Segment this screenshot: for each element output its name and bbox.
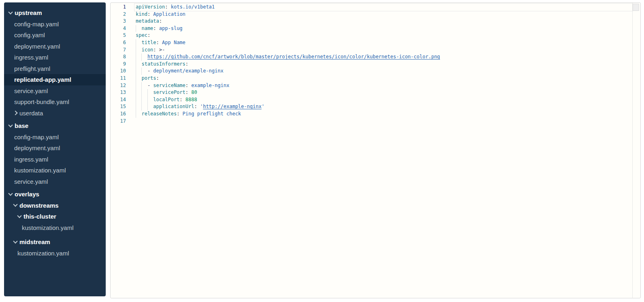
code-link[interactable]: http://example-nginx <box>203 104 262 109</box>
line-number: 7 <box>111 47 126 54</box>
tree-folder-midstream[interactable]: midstream <box>4 236 106 248</box>
code-token-colon: : <box>186 83 191 88</box>
line-content[interactable]: servicePort: 80 <box>136 89 197 96</box>
line-content[interactable]: https://github.com/cncf/artwork/blob/mas… <box>136 53 440 61</box>
tree-file-deployment.yaml[interactable]: deployment.yaml <box>4 41 106 52</box>
code-line-10: 10- deployment/example-nginx <box>111 68 640 75</box>
tree-item-label: deployment.yaml <box>14 145 60 151</box>
line-content[interactable]: kind: Application <box>136 11 186 18</box>
code-token-colon: : <box>147 11 153 17</box>
tree-file-support-bundle.yaml[interactable]: support-bundle.yaml <box>4 96 106 108</box>
indent-guide <box>136 75 141 82</box>
tree-file-preflight.yaml[interactable]: preflight.yaml <box>4 63 106 74</box>
code-token-colon: : <box>156 40 162 45</box>
line-content[interactable]: apiVersion: kots.io/v1beta1 <box>136 4 215 11</box>
line-content[interactable]: releaseNotes: Ping preflight check <box>136 111 241 118</box>
line-content[interactable]: - deployment/example-nginx <box>136 68 224 75</box>
line-content[interactable]: icon: >- <box>136 47 165 54</box>
code-token-colon: : <box>147 32 150 38</box>
line-content[interactable]: statusInformers: <box>136 61 188 68</box>
tree-item-label: config-map.yaml <box>14 21 59 28</box>
indent-guide <box>141 89 147 96</box>
code-token-val: deployment/example-nginx <box>153 68 223 74</box>
line-content[interactable]: name: app-slug <box>136 25 183 32</box>
indent-guide <box>136 82 141 89</box>
tree-item-label: downstreams <box>19 202 59 209</box>
tree-file-kustomization.yaml[interactable]: kustomization.yaml <box>4 248 106 259</box>
tree-item-label: config.yaml <box>14 32 45 38</box>
line-content[interactable]: localPort: 8888 <box>136 96 197 104</box>
code-link[interactable]: https://github.com/cncf/artwork/blob/mas… <box>147 54 440 60</box>
line-content[interactable]: ports: <box>136 75 159 82</box>
code-line-3: 3metadata: <box>111 18 640 25</box>
line-number: 2 <box>111 11 126 18</box>
tree-file-kustomization.yaml[interactable]: kustomization.yaml <box>4 165 106 176</box>
code-line-1: 1apiVersion: kots.io/v1beta1 <box>111 4 640 11</box>
code-token-colon: : <box>153 26 159 31</box>
tree-folder-upstream[interactable]: upstream <box>4 7 106 19</box>
tree-folder-this-cluster[interactable]: this-cluster <box>4 211 106 222</box>
line-number: 8 <box>111 53 126 61</box>
tree-file-service.yaml[interactable]: service.yaml <box>4 85 106 97</box>
indent-guide <box>136 89 141 96</box>
tree-item-label: ingress.yaml <box>14 54 48 61</box>
tree-file-replicated-app.yaml[interactable]: replicated-app.yaml <box>4 74 106 85</box>
code-token-key: statusInformers <box>141 61 185 67</box>
tree-file-config-map.yaml[interactable]: config-map.yaml <box>4 132 106 143</box>
tree-file-config.yaml[interactable]: config.yaml <box>4 30 106 41</box>
tree-folder-downstreams[interactable]: downstreams <box>4 200 106 211</box>
code-token-colon: : <box>153 47 159 53</box>
line-content[interactable]: - serviceName: example-nginx <box>136 82 229 89</box>
chevron-down-icon <box>13 239 17 243</box>
tree-folder-base[interactable]: base <box>4 120 106 132</box>
code-token-op: - <box>147 83 153 88</box>
code-token-val: kots.io/v1beta1 <box>171 4 215 10</box>
code-token-num: 8888 <box>186 97 197 102</box>
line-number: 3 <box>111 18 126 25</box>
code-token-key: servicePort <box>153 89 185 95</box>
code-token-key: serviceName <box>153 83 185 88</box>
line-content[interactable]: applicationUrl: 'http://example-nginx' <box>136 103 264 111</box>
tree-item-label: ingress.yaml <box>14 156 48 163</box>
tree-file-kustomization.yaml[interactable]: kustomization.yaml <box>4 222 106 234</box>
indent-guide <box>136 39 141 47</box>
line-number: 17 <box>111 118 126 125</box>
line-content[interactable]: title: App Name <box>136 39 186 47</box>
tree-file-ingress.yaml[interactable]: ingress.yaml <box>4 154 106 165</box>
code-token-key: name <box>141 26 153 31</box>
line-number: 4 <box>111 25 126 32</box>
tree-file-config-map.yaml[interactable]: config-map.yaml <box>4 19 106 30</box>
editor-code-area[interactable]: 1apiVersion: kots.io/v1beta12kind: Appli… <box>111 3 640 125</box>
tree-item-label: service.yaml <box>14 87 48 94</box>
tree-item-label: base <box>15 122 28 129</box>
code-line-16: 16releaseNotes: Ping preflight check <box>111 111 640 118</box>
code-line-8: 8https://github.com/cncf/artwork/blob/ma… <box>111 53 640 61</box>
line-number: 13 <box>111 89 126 96</box>
code-token-quote: ' <box>262 104 264 109</box>
code-line-17: 17 <box>111 118 640 125</box>
line-content[interactable]: spec: <box>136 32 150 39</box>
code-token-key: ports <box>141 75 156 81</box>
yaml-editor-panel: 1apiVersion: kots.io/v1beta12kind: Appli… <box>110 2 641 298</box>
indent-guide <box>136 68 141 75</box>
tree-item-label: kustomization.yaml <box>22 224 74 231</box>
code-token-colon: : <box>186 61 188 67</box>
code-token-val: Ping preflight check <box>183 111 241 117</box>
code-line-13: 13servicePort: 80 <box>111 89 640 96</box>
code-token-colon: : <box>165 4 171 10</box>
indent-guide <box>136 103 141 111</box>
indent-guide <box>136 111 141 118</box>
code-token-val: example-nginx <box>191 83 229 88</box>
code-token-key: kind <box>136 11 147 17</box>
code-token-key: localPort <box>153 97 179 102</box>
tree-file-deployment.yaml[interactable]: deployment.yaml <box>4 142 106 154</box>
tree-folder-userdata[interactable]: userdata <box>4 108 106 119</box>
code-token-key: apiVersion <box>136 4 165 10</box>
code-token-colon: : <box>194 104 200 109</box>
line-number: 6 <box>111 39 126 47</box>
code-token-val: App Name <box>162 40 186 45</box>
tree-folder-overlays[interactable]: overlays <box>4 189 106 200</box>
line-content[interactable]: metadata: <box>136 18 162 25</box>
tree-file-service.yaml[interactable]: service.yaml <box>4 176 106 187</box>
tree-file-ingress.yaml[interactable]: ingress.yaml <box>4 52 106 63</box>
